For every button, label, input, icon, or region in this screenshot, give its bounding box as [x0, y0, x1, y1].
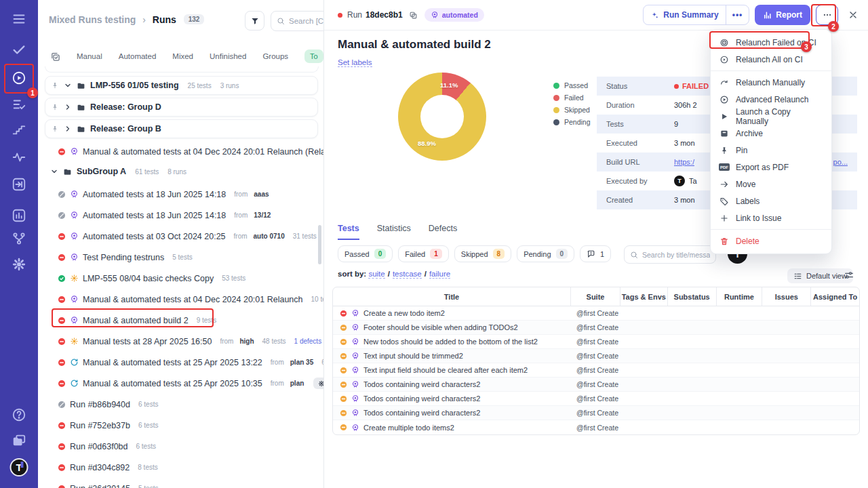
sort-option-failure[interactable]: failure: [429, 270, 450, 279]
runs-tab-automated[interactable]: Automated: [119, 52, 157, 60]
table-row[interactable]: New todos should be added to the bottom …: [333, 335, 859, 349]
group-row[interactable]: LMP-556 01/05 testing25 tests3 runs: [45, 76, 318, 95]
runs-tab-groups[interactable]: Groups: [262, 52, 288, 60]
filter-button[interactable]: [245, 11, 264, 30]
run-summary-button[interactable]: Run Summary •••: [643, 5, 749, 25]
run-row[interactable]: Run #752eb37b6 tests: [38, 415, 323, 436]
menu-item-launch-a-copy-manually[interactable]: Launch a Copy Manually: [711, 108, 831, 125]
build-url-link[interactable]: https:/: [674, 158, 694, 166]
select-all-icon[interactable]: [50, 52, 60, 62]
menu-item-advanced-relaunch[interactable]: Advanced Relaunch: [711, 91, 831, 108]
menu-item-link-to-issue[interactable]: Link to Issue: [711, 209, 831, 226]
run-row[interactable]: Run #d304c8928 tests: [38, 457, 323, 478]
table-row[interactable]: Text input field should be cleared after…: [333, 363, 859, 378]
view-settings-icon[interactable]: [844, 270, 854, 281]
group-row[interactable]: Release: Group D: [45, 98, 318, 117]
sort-option-suite[interactable]: suite: [368, 270, 384, 279]
breadcrumb-project[interactable]: Mixed Runs testing: [49, 14, 136, 25]
menu-item-pin[interactable]: Pin: [711, 142, 831, 159]
run-row[interactable]: Manual & automated tests at 25 Apr 2025 …: [38, 373, 323, 394]
table-row[interactable]: Create multiple todo items2@first Create…: [333, 420, 859, 434]
run-row[interactable]: Run #0d63f0bd6 tests: [38, 436, 323, 457]
sidebar-projects-icon[interactable]: [12, 433, 26, 448]
chip-skipped[interactable]: Skipped8: [454, 245, 511, 262]
run-defects-link[interactable]: 1 defects: [294, 338, 322, 345]
menu-item-relaunch-manually[interactable]: Relaunch Manually: [711, 74, 831, 91]
legend-item[interactable]: Passed: [553, 81, 591, 89]
run-row[interactable]: Test Pending testruns5 tests: [38, 247, 323, 268]
runs-tab-today-chip[interactable]: To: [304, 49, 323, 63]
table-row[interactable]: Create a new todo item2@first Create ...: [333, 306, 859, 321]
sidebar-pull-requests-icon[interactable]: [12, 177, 26, 192]
chip-passed[interactable]: Passed0: [338, 245, 393, 262]
legend-item[interactable]: Skipped: [553, 106, 591, 114]
runs-tab-unfinished[interactable]: Unfinished: [210, 52, 246, 60]
run-row[interactable]: Run #b86b940d6 tests: [38, 394, 323, 415]
sidebar-menu-icon[interactable]: [12, 12, 26, 26]
tab-defects[interactable]: Defects: [429, 224, 457, 240]
chip-pending[interactable]: Pending0: [517, 245, 574, 262]
report-button[interactable]: Report: [755, 5, 810, 25]
run-row[interactable]: Manual & automated tests at 04 Dec 2024 …: [38, 289, 323, 310]
run-row[interactable]: Automated tests at 18 Jun 2025 14:18from…: [38, 205, 323, 226]
run-row[interactable]: Manual & automated build 29 tests: [38, 310, 323, 331]
chip-failed[interactable]: Failed1: [398, 245, 449, 262]
column-header[interactable]: Substatus: [668, 287, 717, 306]
tab-statistics[interactable]: Statistics: [377, 224, 411, 240]
column-header[interactable]: Suite: [571, 287, 620, 306]
sidebar-help-icon[interactable]: [12, 407, 26, 422]
run-row[interactable]: Automated tests at 03 Oct 2024 20:25from…: [38, 226, 323, 247]
close-detail-icon[interactable]: [848, 9, 859, 20]
table-row[interactable]: Todos containing weird characters2@first…: [333, 406, 859, 420]
copy-icon[interactable]: [409, 11, 418, 20]
runs-tab-mixed[interactable]: Mixed: [172, 52, 193, 60]
menu-item-relaunch-all-on-ci[interactable]: Relaunch All on CI: [711, 51, 831, 68]
build-url-link-end[interactable]: po...: [833, 158, 848, 166]
runs-tab-manual[interactable]: Manual: [77, 52, 102, 60]
table-row[interactable]: Todos containing weird characters2@first…: [333, 378, 859, 392]
run-row[interactable]: LMP-555 08/04 basic checks Copy53 tests: [38, 268, 323, 289]
menu-item-relaunch-failed-on-ci[interactable]: Relaunch Failed on CI: [711, 34, 831, 51]
legend-item[interactable]: Failed: [553, 94, 591, 102]
column-header[interactable]: Title: [333, 287, 571, 306]
column-header[interactable]: Issues: [762, 287, 811, 306]
sidebar-settings-icon[interactable]: [12, 257, 26, 272]
menu-item-delete[interactable]: Delete: [711, 232, 831, 249]
table-row[interactable]: Text input should be trimmed2@first Crea…: [333, 349, 859, 363]
runs-search-input[interactable]: [289, 17, 324, 25]
tests-search[interactable]: [624, 245, 716, 264]
sidebar-runs-icon[interactable]: [12, 70, 26, 85]
run-row[interactable]: Manual & automated tests at 25 Apr 2025 …: [38, 352, 323, 373]
sort-option-testcase[interactable]: testcase: [393, 270, 422, 279]
sidebar-branches-icon[interactable]: [12, 231, 26, 246]
menu-item-export-as-pdf[interactable]: PDFExport as PDF: [711, 159, 831, 176]
table-row[interactable]: Footer should be visible when adding TOD…: [333, 321, 859, 335]
runs-search[interactable]: [271, 11, 324, 31]
run-summary-more-button[interactable]: •••: [726, 10, 749, 20]
run-row[interactable]: Run #26d301455 tests: [38, 478, 323, 488]
sidebar-results-icon[interactable]: [12, 42, 26, 57]
group-row[interactable]: Release: Group B: [45, 119, 318, 138]
column-header[interactable]: Tags & Envs: [620, 287, 668, 306]
table-row[interactable]: Todos containing weird characters2@first…: [333, 392, 859, 406]
legend-item[interactable]: Pending: [553, 118, 591, 126]
sidebar-test-plans-icon[interactable]: [12, 97, 26, 112]
sidebar-logo-avatar[interactable]: T: [10, 458, 28, 476]
automated-badge[interactable]: automated: [425, 8, 484, 22]
comments-chip[interactable]: 1: [580, 245, 611, 262]
sidebar-milestones-icon[interactable]: [12, 122, 26, 137]
column-header[interactable]: Assigned To: [811, 287, 859, 306]
set-labels-link[interactable]: Set labels: [338, 58, 372, 67]
column-header[interactable]: Runtime: [717, 287, 763, 306]
sidebar-activity-icon[interactable]: [12, 150, 26, 165]
sidebar-analytics-icon[interactable]: [12, 208, 26, 223]
run-row[interactable]: Automated tests at 18 Jun 2025 14:18from…: [38, 184, 323, 205]
menu-item-archive[interactable]: Archive: [711, 125, 831, 142]
tests-search-input[interactable]: [642, 251, 710, 259]
menu-item-move[interactable]: Move: [711, 176, 831, 192]
run-row[interactable]: Manual tests at 28 Apr 2025 16:50fromhig…: [38, 331, 323, 352]
menu-item-labels[interactable]: Labels: [711, 192, 831, 209]
runs-scrollbar[interactable]: [318, 225, 321, 264]
tab-tests[interactable]: Tests: [338, 224, 359, 240]
run-row[interactable]: Manual & automated tests at 04 Dec 2024 …: [38, 141, 323, 162]
